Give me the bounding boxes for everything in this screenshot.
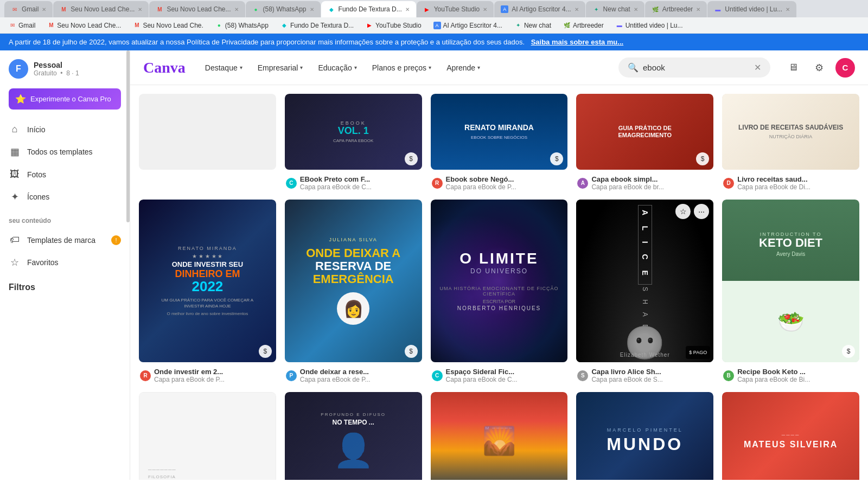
tab-lead2-close[interactable]: ✕ [234,7,239,12]
tab-artbreeder-close[interactable]: ✕ [696,7,700,12]
more-options-icon[interactable]: ··· [694,204,709,219]
tab-untitled-close[interactable]: ✕ [786,7,790,12]
tab-lead2[interactable]: M Seu Novo Lead Che... ✕ [149,1,245,17]
nav-aprende[interactable]: Aprende ▾ [440,60,487,75]
artbreeder-bm-favicon: 🌿 [563,22,571,29]
star-icon[interactable]: ☆ [675,204,691,219]
bookmark-newchat-label: New chat [524,22,551,29]
tab-artigo[interactable]: A AI Artigo Escritor 4... ✕ [494,1,585,17]
canva-logo[interactable]: Canva [143,59,186,76]
bookmark-whatsapp[interactable]: ● (58) WhatsApp [211,21,273,30]
author-avatar: C [432,370,443,381]
search-bar[interactable]: 🔍 ✕ [618,57,770,78]
nav-educacao-label: Educação [318,63,352,72]
bookmark-youtube[interactable]: ▶ YouTube Studio [361,21,426,30]
fundo-favicon: ◆ [328,5,335,13]
template-card[interactable]: LIVRO DE RECEITAS SAUDÁVEIS NUTRIÇÃO DIÁ… [722,94,859,191]
sidebar-item-icones[interactable]: ✦ Ícones [0,185,130,208]
icons-icon: ✦ [9,191,21,203]
template-card[interactable]: EBOOK VOL. 1 CAPA PARA EBOOK $ C EBook P… [285,94,422,191]
nav-planos[interactable]: Planos e preços ▾ [366,60,438,75]
template-title: Onde deixar a rese... [300,368,371,376]
main-content: Canva Destaque ▾ Empresarial ▾ Educação … [130,50,868,480]
info-banner-link[interactable]: Saiba mais sobre esta mu... [531,38,624,46]
tab-newchat[interactable]: ✦ New chat ✕ [586,1,644,17]
template-card[interactable]: GUIA PRÁTICO DE EMAGRECIMENTO $ A Capa e… [576,94,713,191]
bookmark-artbreeder[interactable]: 🌿 Artbreeder [559,21,608,30]
nav-empresarial[interactable]: Empresarial ▾ [251,60,310,75]
tab-untitled-label: Untitled video | Lu... [725,5,782,13]
bookmark-untitled[interactable]: ▬ Untitled video | Lu... [611,21,687,30]
bookmark-lead1-label: Seu Novo Lead Che... [57,22,121,29]
bookmark-youtube-label: YouTube Studio [375,22,422,29]
artigo-bm-favicon: A [433,22,441,29]
user-section[interactable]: F Pessoal Gratuito • 8 · 1 [0,50,130,84]
clear-search-icon[interactable]: ✕ [754,62,761,73]
newchat-favicon: ✦ [592,5,600,13]
privacy-info-banner: A partir de 18 de julho de 2022, vamos a… [0,34,868,50]
template-card[interactable]: RENATO MIRANDA ★ ★ ★ ★ ★ ONDE INVESTIR S… [139,200,276,383]
tab-lead1[interactable]: M Seu Novo Lead Che... ✕ [53,1,149,17]
tab-newchat-close[interactable]: ✕ [634,7,638,12]
sidebar-item-label: Início [27,125,45,134]
display-icon[interactable]: 🖥 [783,58,803,78]
template-image: A L I C E S H A D O W S 😶 Elizabeth Weth… [576,200,713,362]
sidebar-item-favoritos[interactable]: ☆ Favoritos [0,251,130,274]
template-card[interactable]: RENATO MIRANDA EBOOK SOBRE NEGÓCIOS $ R … [431,94,568,191]
lead2-favicon: M [156,5,163,13]
tab-gmail[interactable]: ✉ Gmail ✕ [4,1,53,17]
search-input[interactable] [643,63,750,72]
bookmark-artigo[interactable]: A AI Artigo Escritor 4... [429,21,507,30]
canva-pro-promo[interactable]: ⭐ Experimente o Canva Pro [9,88,121,110]
template-card[interactable]: A L I C E S H A D O W S 😶 Elizabeth Weth… [576,200,713,383]
template-card[interactable] [139,94,276,191]
tab-gmail-close[interactable]: ✕ [42,7,46,12]
tab-whatsapp-close[interactable]: ✕ [310,7,314,12]
author-avatar: R [432,178,443,189]
nav-empresarial-label: Empresarial [258,63,298,72]
template-card[interactable]: O LIMITE DO UNIVERSO UMA HISTÓRIA EMOCIO… [431,200,568,383]
template-card[interactable]: M ───── 🌄 [431,392,568,480]
template-card[interactable]: MARCELO PIMENTEL MUNDO M MARCELO PIMENTE… [576,392,713,480]
tab-artigo-close[interactable]: ✕ [575,7,579,12]
tab-artigo-label: AI Artigo Escritor 4... [512,5,571,13]
tab-whatsapp[interactable]: ● (58) WhatsApp ✕ [246,1,321,17]
tab-youtube[interactable]: ▶ YouTube Studio ✕ [417,1,494,17]
template-image: GUIA PRÁTICO DE EMAGRECIMENTO $ [576,94,713,170]
template-title: Espaço Sideral Fic... [446,368,518,376]
tab-whatsapp-label: (58) WhatsApp [263,5,307,13]
template-image: PROFUNDO E DIFUSO NO TEMPO ... 👤 [285,392,422,480]
template-card[interactable]: INTRODUCTION TO KETO DIET Avery Davis 🥗 … [722,200,859,383]
bookmark-newchat[interactable]: ✦ New chat [510,21,556,30]
bookmark-lead1[interactable]: M Seu Novo Lead Che... [43,21,125,30]
bookmark-artigo-label: AI Artigo Escritor 4... [443,22,502,29]
chevron-down-icon: ▾ [354,65,357,70]
settings-icon[interactable]: ⚙ [809,58,829,78]
bookmark-gmail[interactable]: ✉ Gmail [4,21,40,30]
sidebar-item-templates[interactable]: ▦ Todos os templates [0,140,130,163]
sidebar-item-fotos[interactable]: 🖼 Fotos [0,163,130,185]
template-card[interactable]: PROFUNDO E DIFUSO NO TEMPO ... 👤 [285,392,422,480]
template-card[interactable]: JULIANA SILVA ONDE DEIXAR A RESERVA DE E… [285,200,422,383]
bookmark-whatsapp-label: (58) WhatsApp [225,22,269,29]
bookmark-lead2[interactable]: M Seu Novo Lead Che. [129,21,207,30]
nav-destaque[interactable]: Destaque ▾ [199,60,249,75]
sidebar-scrollbar[interactable] [126,50,130,222]
tab-lead1-close[interactable]: ✕ [138,7,142,12]
tab-fundo[interactable]: ◆ Fundo De Textura D... ✕ [321,1,416,17]
tab-youtube-close[interactable]: ✕ [483,7,487,12]
template-card[interactable]: ──── MATEUS SILVEIRA S MATEUS SILVEIRA [722,392,859,480]
template-subtitle: Capa para eBook de br... [591,183,663,191]
tab-untitled[interactable]: ▬ Untitled video | Lu... ✕ [707,1,796,17]
tab-fundo-close[interactable]: ✕ [405,7,410,12]
sidebar-item-templates-marca[interactable]: 🏷 Templates de marca ! [0,229,130,251]
star-icon: ⭐ [15,94,26,104]
canva-header: Canva Destaque ▾ Empresarial ▾ Educação … [130,50,868,85]
template-info: A Capa ebook simpl... Capa para eBook de… [576,170,713,191]
template-card[interactable]: ─────── FILOSOFIA Um Guia da Filosofia [139,392,276,480]
nav-educacao[interactable]: Educação ▾ [311,60,363,75]
bookmark-fundo[interactable]: ◆ Fundo De Textura D... [276,21,358,30]
tab-artbreeder[interactable]: 🌿 Artbreeder ✕ [645,1,707,17]
user-avatar-header[interactable]: C [835,58,855,78]
sidebar-item-inicio[interactable]: ⌂ Início [0,118,130,140]
